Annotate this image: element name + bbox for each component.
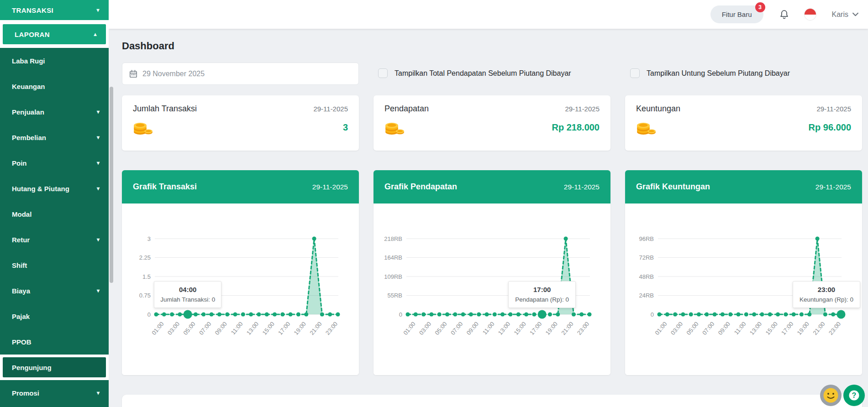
svg-text:15:00: 15:00 [261, 320, 275, 336]
svg-text:0: 0 [147, 311, 151, 318]
sidebar-item-laporan[interactable]: LAPORAN▴ [3, 24, 106, 44]
stat-date: 29-11-2025 [565, 105, 600, 113]
sidebar-item-pengunjung[interactable]: Pengunjung [3, 357, 106, 377]
smiley-icon [820, 385, 842, 406]
sidebar-item-keuangan-label: Keuangan [12, 83, 45, 90]
indonesia-flag-icon[interactable] [804, 8, 816, 21]
sidebar-item-penjualan[interactable]: Penjualan▾ [0, 99, 109, 125]
page-title: Dashboard [122, 40, 862, 52]
svg-text:01:00: 01:00 [402, 320, 416, 336]
stat-title: Jumlah Transaksi [133, 104, 197, 114]
svg-text:19:00: 19:00 [796, 320, 810, 336]
flag-white-half [805, 15, 816, 21]
stat-value: Rp 218.000 [552, 122, 600, 133]
sidebar-item-poin[interactable]: Poin▾ [0, 150, 109, 176]
chart-title: Grafik Transaksi [133, 182, 197, 192]
chart-date: 29-11-2025 [815, 183, 851, 191]
chart-tooltip: 04:00Jumlah Transaksi: 0 [154, 281, 221, 308]
svg-text:23:00: 23:00 [827, 320, 842, 336]
checkbox-total-pendapatan[interactable] [378, 68, 388, 78]
sidebar-item-poin-label: Poin [12, 159, 27, 167]
sidebar-item-promosi[interactable]: Promosi▾ [0, 380, 109, 406]
chart-card-header: Grafik Transaksi29-11-2025 [122, 170, 359, 204]
bottom-panel [122, 395, 862, 407]
sidebar-active-section-wrap: LAPORAN▴ [0, 24, 109, 44]
sidebar-submenu: Laba RugiKeuanganPenjualan▾Pembelian▾Poi… [0, 48, 109, 407]
chevron-down-icon [852, 12, 858, 16]
sidebar-item-pajak-label: Pajak [12, 313, 30, 320]
new-feature-button[interactable]: Fitur Baru 3 [710, 5, 763, 23]
chart-title: Grafik Pendapatan [384, 182, 457, 192]
checkbox-untung[interactable] [630, 68, 640, 78]
sidebar-item-transaksi-label: TRANSAKSI [12, 6, 53, 14]
sidebar: TRANSAKSI▾LAPORAN▴Laba RugiKeuanganPenju… [0, 0, 109, 407]
sidebar-item-laba-rugi[interactable]: Laba Rugi [0, 48, 109, 73]
svg-text:0.75: 0.75 [139, 292, 151, 299]
tooltip-value: Pendapatan (Rp): 0 [510, 296, 573, 303]
svg-text:1.5: 1.5 [142, 273, 151, 280]
caret-down-icon: ▾ [97, 7, 100, 13]
svg-text:0: 0 [399, 311, 402, 318]
help-button[interactable]: ? [843, 385, 865, 406]
bell-icon[interactable] [779, 9, 789, 20]
svg-text:01:00: 01:00 [653, 320, 668, 336]
sidebar-item-ppob[interactable]: PPOB [0, 329, 109, 355]
svg-text:09:00: 09:00 [214, 320, 228, 336]
filter-controls: 29 November 2025 Tampilkan Total Pendapa… [122, 63, 862, 85]
main-content: Dashboard 29 November 2025 Tampilkan Tot… [114, 29, 868, 407]
sidebar-item-retur[interactable]: Retur▾ [0, 227, 109, 252]
sidebar-item-transaksi[interactable]: TRANSAKSI▾ [0, 0, 109, 20]
sidebar-item-modal-label: Modal [12, 210, 32, 218]
sidebar-item-hutang-piutang-label: Hutang & Piutang [12, 185, 69, 193]
coins-icon [636, 120, 656, 135]
date-picker-value: 29 November 2025 [142, 70, 205, 78]
svg-text:03:00: 03:00 [418, 320, 432, 336]
coins-icon [384, 120, 405, 135]
date-picker[interactable]: 29 November 2025 [122, 63, 359, 85]
sidebar-item-shift[interactable]: Shift [0, 252, 109, 278]
user-menu[interactable]: Karis [832, 10, 858, 19]
svg-text:15:00: 15:00 [512, 320, 527, 336]
stat-value: Rp 96.000 [809, 122, 851, 133]
chart-plot-area[interactable]: 96RB72RB48RB24RB001:0003:0005:0007:0009:… [625, 204, 862, 375]
svg-text:13:00: 13:00 [497, 320, 511, 336]
feedback-smiley-button[interactable] [820, 385, 842, 406]
sidebar-item-modal[interactable]: Modal [0, 201, 109, 227]
stat-card-pendapatan: Pendapatan 29-11-2025 Rp 218.000 [374, 95, 610, 151]
tooltip-value: Jumlah Transaksi: 0 [156, 296, 219, 303]
caret-down-icon: ▾ [97, 287, 100, 294]
caret-down-icon: ▾ [97, 109, 100, 115]
sidebar-scrollbar[interactable] [110, 87, 113, 283]
sidebar-item-keuangan[interactable]: Keuangan [0, 73, 109, 99]
stat-title: Pendapatan [384, 104, 429, 114]
stat-card-keuntungan: Keuntungan 29-11-2025 Rp 96.000 [625, 95, 862, 151]
sidebar-item-shift-label: Shift [12, 261, 27, 269]
svg-text:03:00: 03:00 [669, 320, 684, 336]
sidebar-item-pembelian-label: Pembelian [12, 134, 46, 141]
svg-text:21:00: 21:00 [308, 320, 323, 336]
svg-text:21:00: 21:00 [560, 320, 574, 336]
svg-text:218RB: 218RB [384, 235, 402, 242]
sidebar-item-pembelian[interactable]: Pembelian▾ [0, 125, 109, 150]
notification-badge: 3 [755, 2, 765, 12]
topbar: Fitur Baru 3 Karis [109, 0, 868, 29]
sidebar-item-pajak[interactable]: Pajak [0, 303, 109, 329]
svg-text:07:00: 07:00 [701, 320, 715, 336]
chart-plot-area[interactable]: 218RB164RB109RB55RB001:0003:0005:0007:00… [374, 204, 610, 375]
sidebar-item-retur-label: Retur [12, 236, 30, 244]
svg-text:3: 3 [147, 235, 151, 242]
svg-text:72RB: 72RB [639, 254, 654, 261]
svg-text:01:00: 01:00 [150, 320, 165, 336]
chart-tooltip: 23:00Keuntungan (Rp): 0 [793, 281, 860, 308]
svg-text:09:00: 09:00 [717, 320, 731, 336]
coins-icon [133, 120, 153, 135]
sidebar-item-biaya[interactable]: Biaya▾ [0, 278, 109, 303]
chart-card-grafik-keuntungan: Grafik Keuntungan29-11-202596RB72RB48RB2… [625, 170, 862, 375]
svg-text:109RB: 109RB [384, 273, 402, 280]
sidebar-item-hutang-piutang[interactable]: Hutang & Piutang▾ [0, 176, 109, 201]
chart-plot-area[interactable]: 32.251.50.75001:0003:0005:0007:0009:0011… [122, 204, 359, 375]
chart-card-header: Grafik Keuntungan29-11-2025 [625, 170, 862, 204]
charts-row: Grafik Transaksi29-11-202532.251.50.7500… [122, 170, 862, 375]
chart-card-grafik-pendapatan: Grafik Pendapatan29-11-2025218RB164RB109… [374, 170, 610, 375]
svg-text:0: 0 [651, 311, 654, 318]
